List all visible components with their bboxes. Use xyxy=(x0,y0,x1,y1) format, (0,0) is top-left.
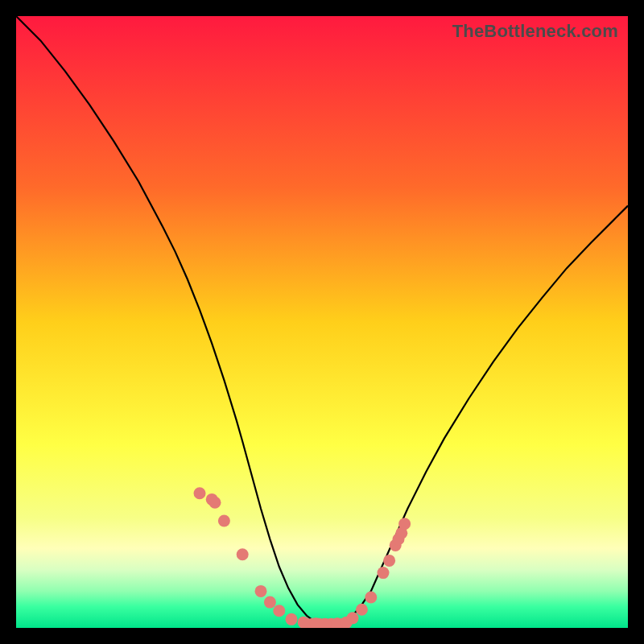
marker-dot xyxy=(298,617,310,628)
marker-dot xyxy=(194,487,206,499)
marker-dot xyxy=(218,515,230,527)
chart-plot-layer xyxy=(16,16,628,628)
bottleneck-curve xyxy=(16,16,628,625)
marker-dot xyxy=(237,548,249,560)
marker-dot xyxy=(383,555,395,567)
marker-points xyxy=(194,487,411,628)
chart-frame: TheBottleneck.com xyxy=(16,16,628,628)
marker-dot xyxy=(286,613,298,625)
marker-dot xyxy=(378,567,390,579)
watermark-text: TheBottleneck.com xyxy=(452,21,618,42)
marker-dot xyxy=(209,497,221,509)
marker-dot xyxy=(273,605,285,617)
marker-dot xyxy=(356,604,368,616)
marker-dot xyxy=(365,592,377,604)
marker-dot xyxy=(264,597,276,609)
marker-dot xyxy=(398,518,411,530)
marker-dot xyxy=(347,612,359,624)
marker-dot xyxy=(255,585,267,597)
